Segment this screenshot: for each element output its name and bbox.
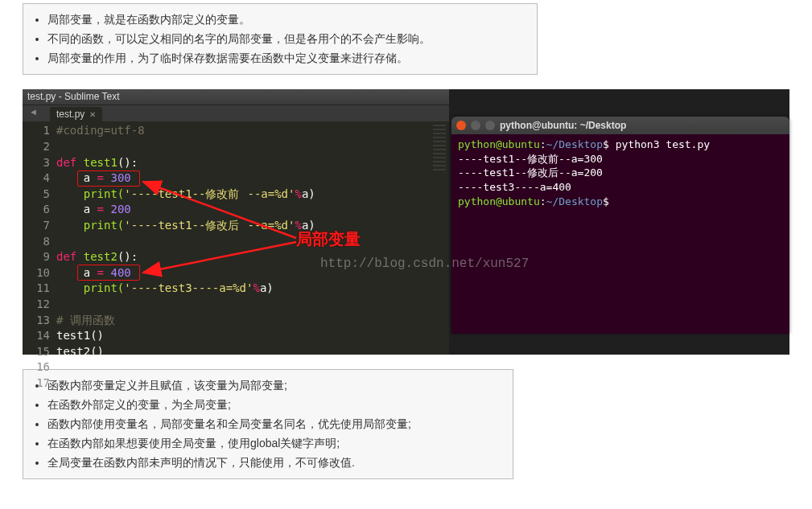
sublime-title: test.py - Sublime Text [23,89,449,105]
notes-top: 局部变量，就是在函数内部定义的变量。 不同的函数，可以定义相同的名字的局部变量，… [23,3,538,75]
code-area: 12345678 91011121314151617 #coding=utf-8… [23,121,449,391]
sublime-tab-bar: ◄ test.py ✕ [23,105,449,121]
note-item: 局部变量，就是在函数内部定义的变量。 [47,10,527,30]
sublime-tab[interactable]: test.py ✕ [50,107,102,121]
note-item: 全局变量在函数内部未声明的情况下，只能使用，不可修改值. [47,454,503,473]
minimap[interactable] [433,125,446,173]
note-item: 在函数外部定义的变量，为全局变量; [47,396,503,415]
chevron-left-icon[interactable]: ◄ [29,107,38,117]
terminal-output-line: ----test3----a=400 [458,180,783,195]
terminal-output-line: ----test1--修改前--a=300 [458,152,783,166]
note-item: 不同的函数，可以定义相同的名字的局部变量，但是各用个的不会产生影响。 [47,30,527,49]
prompt-line: python@ubuntu:~/Desktop$ python3 test.py [458,138,783,152]
code-body[interactable]: #coding=utf-8 def test1(): a = 300 print… [56,123,449,391]
terminal-output-line: ----test1--修改后--a=200 [458,166,783,180]
sublime-window: test.py - Sublime Text ◄ test.py ✕ 12345… [23,89,449,355]
note-item: 函数内部使用变量名，局部变量名和全局变量名同名，优先使用局部变量; [47,415,503,434]
close-window-icon[interactable] [456,121,466,130]
terminal-titlebar: python@ubuntu: ~/Desktop [451,117,789,134]
minimize-window-icon[interactable] [471,121,480,130]
screenshot-wrapper: test.py - Sublime Text ◄ test.py ✕ 12345… [23,89,789,355]
close-icon[interactable]: ✕ [89,110,96,119]
line-gutter: 12345678 91011121314151617 [23,123,56,391]
annotation-label: 局部变量 [296,228,361,250]
prompt-line: python@ubuntu:~/Desktop$ [458,195,783,209]
tab-label: test.py [56,109,84,120]
maximize-window-icon[interactable] [485,121,495,130]
terminal-window: python@ubuntu: ~/Desktop python@ubuntu:~… [451,117,789,334]
terminal-title-text: python@ubuntu: ~/Desktop [500,120,626,131]
note-item: 局部变量的作用，为了临时保存数据需要在函数中定义变量来进行存储。 [47,49,527,68]
terminal-body[interactable]: python@ubuntu:~/Desktop$ python3 test.py… [451,134,789,211]
note-item: 在函数内部如果想要使用全局变量，使用global关键字声明; [47,434,503,454]
